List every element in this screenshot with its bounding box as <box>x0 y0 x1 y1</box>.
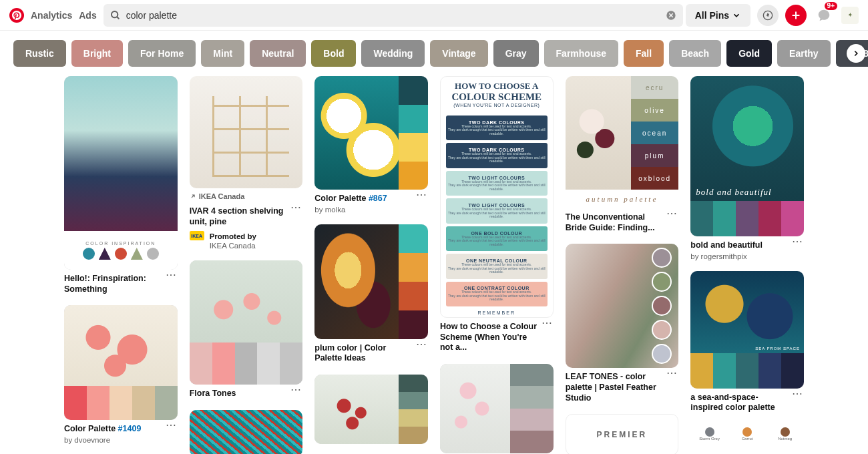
more-icon[interactable]: ⋯ <box>164 270 178 280</box>
chip-for-home[interactable]: For Home <box>128 40 196 67</box>
chip-bright[interactable]: Bright <box>71 40 123 67</box>
chip-gray[interactable]: Gray <box>493 40 539 67</box>
infographic-heading: HOW TO CHOOSE A <box>441 81 553 91</box>
more-icon[interactable]: ⋯ <box>289 385 302 395</box>
chat-icon <box>817 8 831 23</box>
pinterest-logo[interactable] <box>9 8 24 23</box>
caption: COLOR INSPIRATION <box>85 241 156 246</box>
pin[interactable]: Flora Tones ⋯ <box>190 260 303 399</box>
chip-wedding[interactable]: Wedding <box>361 40 425 67</box>
notification-badge: 9+ <box>825 2 837 10</box>
more-icon[interactable]: ⋯ <box>791 389 804 399</box>
header: Analytics Ads All Pins 9+ ✦ <box>0 0 868 31</box>
compass-icon <box>763 10 773 21</box>
more-icon[interactable]: ⋯ <box>665 368 678 379</box>
caption: autumn palette <box>566 190 679 208</box>
more-icon[interactable]: ⋯ <box>791 236 804 247</box>
pin-title: bold and beautiful <box>690 240 763 251</box>
pin[interactable]: SEA FROM SPACE a sea-and-space-inspired … <box>690 271 804 413</box>
filter-dropdown[interactable]: All Pins <box>686 4 750 27</box>
overlay-text: bold and beautiful <box>696 187 771 198</box>
pin[interactable] <box>190 410 303 454</box>
search-icon <box>110 10 121 21</box>
more-icon[interactable]: ⋯ <box>415 190 428 200</box>
chip-rustic[interactable]: Rustic <box>13 40 66 67</box>
clear-icon[interactable] <box>666 10 676 21</box>
svg-point-0 <box>112 11 118 17</box>
pin-byline: by dvoevnore <box>64 436 178 444</box>
pin-title: plum color | Color Palette Ideas <box>314 343 412 364</box>
more-icon[interactable]: ⋯ <box>540 318 554 328</box>
promoted-label: Promoted by <box>210 232 256 240</box>
brand-label: PREMIER <box>597 430 648 439</box>
pin[interactable]: LEAF TONES - color palette | Pastel Feat… <box>566 244 679 403</box>
infographic-footer: REMEMBER <box>441 310 553 315</box>
chip-neutral[interactable]: Neutral <box>250 40 306 67</box>
add-button[interactable] <box>785 5 807 26</box>
promoter-logo: IKEA <box>190 231 204 240</box>
more-icon[interactable]: ⋯ <box>415 339 428 350</box>
pin[interactable] <box>314 375 428 444</box>
chip-beach[interactable]: Beach <box>669 40 721 67</box>
more-icon[interactable]: ⋯ <box>665 208 678 219</box>
pin[interactable]: Color Palette #1409 ⋯ by dvoevnore <box>64 305 178 444</box>
chip-fall[interactable]: Fall <box>624 40 664 67</box>
pin[interactable]: ecruoliveoceanplumoxblood autumn palette… <box>566 76 679 233</box>
pin-title: Color Palette #867 <box>314 194 387 204</box>
svg-line-1 <box>117 17 119 19</box>
promoter-name: IKEA Canada <box>210 242 256 250</box>
chip-earthy[interactable]: Earthy <box>777 40 831 67</box>
profile-avatar[interactable]: ✦ <box>841 7 859 24</box>
more-icon[interactable]: ⋯ <box>289 202 302 213</box>
pin[interactable] <box>440 364 554 453</box>
pin[interactable]: HOW TO CHOOSE A COLOUR SCHEME (WHEN YOU'… <box>440 76 554 353</box>
chevron-down-icon <box>732 11 741 20</box>
pin[interactable]: Storm GreyCarrotNutmeg <box>690 424 804 444</box>
caption: SEA FROM SPACE <box>755 347 800 351</box>
plus-icon <box>791 10 801 21</box>
related-chips-row: RusticBrightFor HomeMintNeutralBoldWeddi… <box>0 31 868 76</box>
pin[interactable]: bold and beautiful bold and beautiful ⋯ … <box>690 76 804 260</box>
explore-button[interactable] <box>757 5 779 26</box>
chip-mint[interactable]: Mint <box>201 40 244 67</box>
pinterest-icon <box>12 11 21 20</box>
pin-title: IVAR 4 section shelving unit, pine <box>190 206 287 227</box>
pin-title: Color Palette #1409 <box>64 424 141 435</box>
search-input[interactable] <box>126 10 660 21</box>
chevron-right-icon <box>851 49 861 58</box>
search-bar[interactable] <box>103 4 683 27</box>
more-icon[interactable]: ⋯ <box>164 420 178 431</box>
external-link[interactable]: IKEA Canada <box>190 192 245 200</box>
infographic-heading: COLOUR SCHEME <box>441 91 553 103</box>
messages-button[interactable]: 9+ <box>813 5 835 26</box>
chip-gold[interactable]: Gold <box>726 40 772 67</box>
filter-label: All Pins <box>695 10 729 21</box>
pin-byline: by rogersmithpix <box>690 252 804 260</box>
pin-grid: COLOR INSPIRATION Hello!: Frinspiration:… <box>0 76 868 454</box>
pin-title: Hello!: Frinspiration: Something <box>64 274 162 294</box>
pin[interactable]: Color Palette #867 ⋯ by molka <box>314 76 428 214</box>
pin[interactable]: plum color | Color Palette Ideas ⋯ <box>314 224 428 364</box>
chip-vintage[interactable]: Vintage <box>430 40 487 67</box>
pin-byline: by molka <box>314 206 428 214</box>
pin-title: LEAF TONES - color palette | Pastel Feat… <box>566 372 663 403</box>
nav-analytics[interactable]: Analytics <box>31 10 72 21</box>
chip-bold[interactable]: Bold <box>311 40 356 67</box>
pin[interactable]: IKEA Canada IVAR 4 section shelving unit… <box>190 76 303 250</box>
pin-title: Flora Tones <box>190 389 236 399</box>
nav-ads[interactable]: Ads <box>79 10 96 21</box>
infographic-subheading: (WHEN YOU'RE NOT A DESIGNER) <box>441 103 553 107</box>
pin[interactable]: PREMIER <box>566 414 679 454</box>
link[interactable]: #1409 <box>118 424 142 433</box>
link[interactable]: #867 <box>369 194 387 203</box>
chips-scroll-right[interactable] <box>847 44 865 63</box>
pin-title: How to Choose a Colour Scheme (When You'… <box>440 322 537 353</box>
pin-title: a sea-and-space-inspired color palette <box>690 393 788 413</box>
pin-title: The Unconventional Bride Guide: Finding.… <box>566 212 663 233</box>
pin[interactable]: COLOR INSPIRATION Hello!: Frinspiration:… <box>64 76 178 294</box>
chip-farmhouse[interactable]: Farmhouse <box>544 40 618 67</box>
